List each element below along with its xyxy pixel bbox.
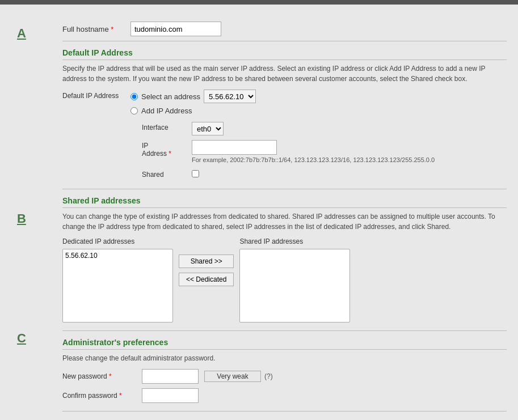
new-password-label: New password * <box>62 372 136 380</box>
ip-example-text: For example, 2002:7b7b:7b7b::1/64, 123.1… <box>192 156 435 164</box>
dedicated-ip-item[interactable]: 5.56.62.10 <box>65 252 170 260</box>
shared-ips-label: Shared IP addresses <box>239 237 350 245</box>
interface-label: Interface <box>142 122 187 131</box>
dedicated-ip-list[interactable]: 5.56.62.10 <box>62 249 173 323</box>
default-ip-description: Specify the IP address that will be used… <box>62 63 507 84</box>
shared-button[interactable]: Shared >> <box>179 254 234 268</box>
admin-description: Please change the default administrator … <box>62 353 507 363</box>
confirm-password-input[interactable] <box>142 388 199 403</box>
dedicated-button[interactable]: << Dedicated <box>179 273 234 286</box>
new-password-input[interactable] <box>142 369 199 384</box>
section-c-label: C <box>17 331 26 346</box>
default-ip-header: Default IP Address <box>62 48 507 60</box>
dedicated-ips-label: Dedicated IP addresses <box>62 237 173 245</box>
hostname-input[interactable] <box>130 22 221 36</box>
confirm-password-label: Confirm password * <box>62 392 136 400</box>
radio-add-ip[interactable] <box>130 107 138 114</box>
ip-address-input[interactable] <box>192 140 277 155</box>
section-a-label: A <box>17 26 26 41</box>
shared-ip-description: You can change the type of existing IP a… <box>62 211 507 232</box>
ip-address-select[interactable]: 5.56.62.10 <box>204 90 256 103</box>
ip-address-label: IPAddress * <box>142 140 187 158</box>
radio-add-ip-label: Add IP Address <box>141 107 192 115</box>
shared-label: Shared <box>142 169 187 179</box>
admin-header: Administrator's preferences <box>62 338 507 350</box>
section-b-label: B <box>17 211 26 226</box>
hostname-label: Full hostname * <box>62 25 130 33</box>
radio-select-address[interactable] <box>130 93 138 100</box>
interface-select[interactable]: eth0 <box>192 122 224 135</box>
shared-ip-list[interactable] <box>239 249 350 323</box>
shared-ip-header: Shared IP addresses <box>62 196 507 208</box>
help-icon[interactable]: (?) <box>264 372 273 380</box>
default-ip-label: Default IP Address <box>62 90 130 100</box>
shared-checkbox[interactable] <box>192 170 199 177</box>
radio-select-address-label: Select an address <box>141 92 200 101</box>
password-strength: Very weak <box>204 371 261 382</box>
